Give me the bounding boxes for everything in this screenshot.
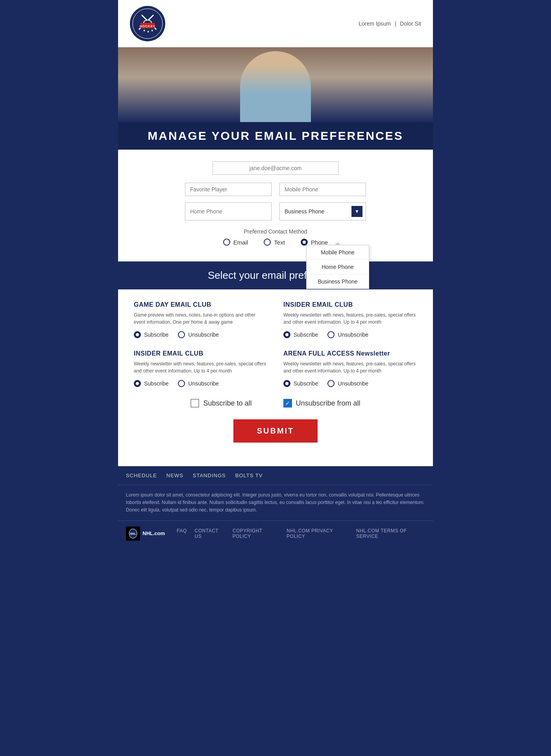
- pref-card-4-title: ARENA FULL ACCESS Newsletter: [283, 350, 417, 357]
- pref-card-2-desc: Weekly newsletter with news, features, p…: [283, 311, 417, 326]
- pref-card-4-subscribe[interactable]: Subscribe: [283, 380, 318, 387]
- pref-card-4-desc: Weekly newsletter with news, features, p…: [283, 360, 417, 374]
- pref-card-4-subscribe-dot: [283, 380, 290, 387]
- footer-link-tos[interactable]: NHL.COM TERMS OF SERVICE: [356, 528, 425, 539]
- pref-card-3-subscribe-dot: [134, 380, 141, 387]
- favorite-player-input[interactable]: [185, 183, 272, 196]
- pref-card-3: INSIDER EMAIL CLUB Weekly newsletter wit…: [134, 350, 268, 387]
- logo: HOCKEY ★ ★ ★: [130, 6, 165, 41]
- radio-email[interactable]: Email: [223, 239, 248, 246]
- header-nav: Lorem Ipsum | Dolor Sit: [359, 20, 421, 27]
- header: HOCKEY ★ ★ ★ Lorem Ipsum | Dolor Sit: [118, 0, 433, 47]
- footer-bottom: NHL NHL.com FAQ CONTACT US COPYRIGHT POL…: [118, 521, 433, 546]
- pref-card-3-radios: Subscribe Unsubscribe: [134, 380, 268, 387]
- subscribe-all-label: Subscribe to all: [203, 399, 251, 408]
- pref-card-2-unsubscribe[interactable]: Unsubscribe: [327, 331, 368, 338]
- submit-row: SUBMIT: [134, 419, 417, 443]
- pref-card-3-unsubscribe-dot: [178, 380, 185, 387]
- pref-card-2-subscribe-dot: [283, 331, 290, 338]
- logo-area: HOCKEY ★ ★ ★: [130, 6, 165, 41]
- home-phone-input[interactable]: [185, 202, 272, 220]
- pref-card-2-subscribe[interactable]: Subscribe: [283, 331, 318, 338]
- pref-card-1-subscribe[interactable]: Subscribe: [134, 331, 168, 338]
- preferences-header: Select your email preferences: [118, 261, 433, 289]
- footer-nav-standings[interactable]: STANDINGS: [193, 472, 226, 478]
- unsubscribe-all-checkbox[interactable]: ✓: [283, 399, 292, 408]
- footer-body-text: Lorem ipsum dolor sit amet, consectetur …: [126, 491, 425, 514]
- svg-text:★: ★: [151, 29, 153, 32]
- unsubscribe-label-1: Unsubscribe: [188, 332, 219, 338]
- contact-method-label: Preferred Contact Method: [134, 228, 417, 235]
- unsubscribe-label-4: Unsubscribe: [338, 380, 368, 387]
- pref-card-1-desc: Game preview with news, notes, tune-in o…: [134, 311, 268, 326]
- business-phone-dropdown[interactable]: Business Phone ▼: [279, 202, 366, 220]
- pref-card-1: GAME DAY EMAIL CLUB Game preview with ne…: [134, 301, 268, 338]
- page-title: MANAGE YOUR EMAIL PREFERENCES: [118, 129, 433, 143]
- dropdown-arrow-icon[interactable]: ▼: [351, 206, 362, 217]
- subscribe-label-4: Subscribe: [294, 380, 318, 387]
- hero-banner: [118, 47, 433, 122]
- svg-text:★: ★: [147, 30, 150, 33]
- dropdown-business-phone[interactable]: Business Phone: [307, 274, 369, 289]
- email-field-row: [134, 161, 417, 175]
- subscribe-all-row: Subscribe to all ✓ Unsubscribe from all: [134, 399, 417, 408]
- radio-email-dot: [223, 239, 230, 246]
- nhl-logo: NHL NHL.com: [126, 526, 165, 541]
- unsubscribe-label-3: Unsubscribe: [188, 380, 219, 387]
- footer-nav: SCHEDULE NEWS STANDINGS BOLTS TV: [118, 466, 433, 485]
- pref-card-3-subscribe[interactable]: Subscribe: [134, 380, 168, 387]
- submit-button[interactable]: SUBMIT: [233, 419, 318, 443]
- pref-card-3-unsubscribe[interactable]: Unsubscribe: [178, 380, 219, 387]
- footer-link-faq[interactable]: FAQ: [177, 528, 187, 539]
- subscribe-label-1: Subscribe: [144, 332, 168, 338]
- footer-links: FAQ CONTACT US COPYRIGHT POLICY NHL.COM …: [177, 528, 425, 539]
- nhl-shield-icon: NHL: [126, 526, 140, 541]
- footer-nav-schedule[interactable]: SCHEDULE: [126, 472, 157, 478]
- nav-link-lorem[interactable]: Lorem Ipsum: [359, 20, 391, 27]
- svg-text:★: ★: [143, 29, 146, 32]
- radio-email-label: Email: [233, 239, 248, 246]
- footer-link-copyright[interactable]: COPYRIGHT POLICY: [233, 528, 279, 539]
- unsubscribe-all-label: Unsubscribe from all: [296, 399, 361, 408]
- mobile-phone-input[interactable]: [279, 183, 366, 196]
- pref-card-4-radios: Subscribe Unsubscribe: [283, 380, 417, 387]
- preferences-title: Select your email preferences: [126, 269, 425, 282]
- dropdown-mobile-phone[interactable]: Mobile Phone: [307, 245, 369, 260]
- pref-card-2-title: INSIDER EMAIL CLUB: [283, 301, 417, 308]
- pref-card-1-subscribe-dot: [134, 331, 141, 338]
- footer-link-privacy[interactable]: NHL.COM PRIVACY POLICY: [287, 528, 348, 539]
- form-section: Business Phone ▼ Preferred Contact Metho…: [118, 150, 433, 261]
- footer-link-contact[interactable]: CONTACT US: [195, 528, 225, 539]
- pref-card-4-unsubscribe[interactable]: Unsubscribe: [327, 380, 368, 387]
- email-input[interactable]: [213, 161, 338, 175]
- subscribe-label-3: Subscribe: [144, 380, 168, 387]
- pref-card-2-unsubscribe-dot: [327, 331, 335, 338]
- radio-group: Email Text Phone: [134, 239, 417, 246]
- form-row-1: [134, 183, 417, 196]
- subscribe-all-option[interactable]: Subscribe to all: [190, 399, 251, 408]
- radio-text[interactable]: Text: [264, 239, 285, 246]
- nhl-label: NHL.com: [142, 530, 165, 536]
- subscribe-all-checkbox[interactable]: [190, 399, 199, 408]
- nav-link-dolor[interactable]: Dolor Sit: [400, 20, 421, 27]
- svg-text:HOCKEY: HOCKEY: [140, 24, 155, 28]
- pref-card-3-title: INSIDER EMAIL CLUB: [134, 350, 268, 357]
- hero-figure: [240, 51, 311, 122]
- form-row-2: Business Phone ▼: [134, 202, 417, 220]
- preferences-grid: GAME DAY EMAIL CLUB Game preview with ne…: [134, 301, 417, 387]
- dropdown-home-phone[interactable]: Home Phone: [307, 260, 369, 274]
- pref-card-1-title: GAME DAY EMAIL CLUB: [134, 301, 268, 308]
- pref-card-1-unsubscribe[interactable]: Unsubscribe: [178, 331, 219, 338]
- pref-card-3-desc: Weekly newsletter with news, features, p…: [134, 360, 268, 374]
- unsubscribe-label-2: Unsubscribe: [338, 332, 368, 338]
- preferences-content: GAME DAY EMAIL CLUB Game preview with ne…: [118, 289, 433, 466]
- nav-separator: |: [395, 20, 396, 27]
- pref-card-1-radios: Subscribe Unsubscribe: [134, 331, 268, 338]
- unsubscribe-all-option[interactable]: ✓ Unsubscribe from all: [283, 399, 361, 408]
- footer-nav-news[interactable]: NEWS: [166, 472, 183, 478]
- footer-nav-bolts-tv[interactable]: BOLTS TV: [235, 472, 263, 478]
- svg-text:NHL: NHL: [130, 532, 136, 535]
- footer-text-section: Lorem ipsum dolor sit amet, consectetur …: [118, 485, 433, 521]
- contact-method-section: Preferred Contact Method Email Text Phon…: [134, 228, 417, 246]
- radio-text-label: Text: [274, 239, 285, 246]
